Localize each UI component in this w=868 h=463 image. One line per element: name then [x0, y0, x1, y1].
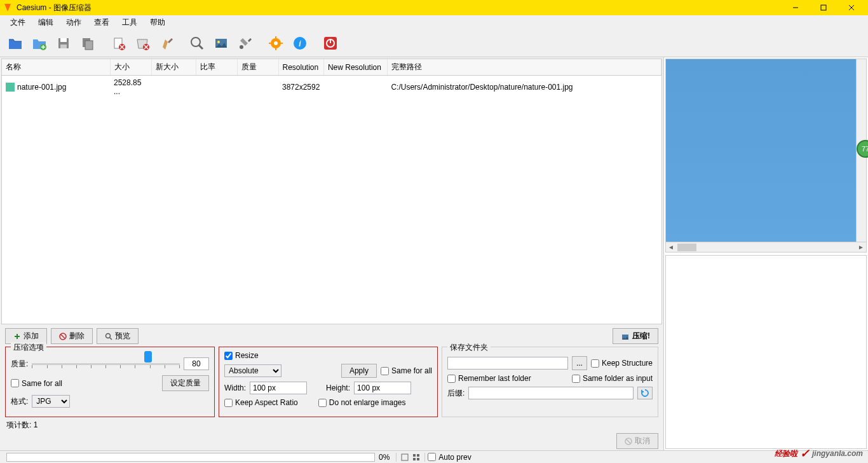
remove-from-list-icon[interactable] [131, 32, 154, 55]
fit-window-icon[interactable] [400, 452, 410, 462]
resize-panel: Resize Absolute Apply Same for all Width… [219, 347, 438, 417]
reset-suffix-button[interactable] [637, 387, 653, 399]
open-file-icon[interactable] [4, 32, 27, 55]
compress-button[interactable]: 压缩! [613, 328, 658, 344]
col-size[interactable]: 大小 [110, 59, 151, 76]
menu-edit[interactable]: 编辑 [32, 16, 60, 29]
svg-line-30 [61, 335, 65, 338]
cell-size: 2528.85 ... [110, 76, 151, 99]
app-icon [3, 3, 13, 13]
svg-line-14 [199, 45, 203, 49]
preview-original-pane: ◄ ► [665, 59, 867, 252]
minimize-button[interactable] [782, 0, 810, 15]
svg-point-13 [191, 38, 200, 46]
actual-size-icon[interactable] [411, 452, 421, 462]
menu-help[interactable]: 帮助 [144, 16, 172, 29]
keep-structure-checkbox[interactable]: Keep Structure [591, 359, 653, 368]
menu-tools[interactable]: 工具 [116, 16, 144, 29]
file-table[interactable]: 名称 大小 新大小 比率 质量 Resolution New Resolutio… [1, 59, 662, 324]
svg-line-32 [110, 338, 112, 340]
col-fullpath[interactable]: 完整路径 [387, 59, 661, 76]
delete-button[interactable]: 删除 [51, 328, 93, 344]
file-type-icon [6, 83, 15, 92]
format-select[interactable]: JPG [32, 395, 70, 408]
item-count-label: 项计数: 1 [0, 418, 663, 432]
svg-rect-1 [821, 5, 826, 10]
title-bar: Caesium - 图像压缩器 [0, 0, 868, 15]
close-button[interactable] [837, 0, 865, 15]
watermark: 经验啦 ✓ jingyanla.com [775, 446, 863, 460]
preview-hscrollbar[interactable]: ◄ ► [666, 242, 866, 252]
gear-icon[interactable] [264, 32, 287, 55]
svg-rect-20 [275, 36, 276, 39]
set-quality-button[interactable]: 设定质量 [162, 375, 209, 391]
power-icon[interactable] [319, 32, 342, 55]
width-spinbox[interactable] [250, 382, 307, 394]
output-path-input[interactable] [447, 357, 568, 370]
scroll-right-icon[interactable]: ► [856, 242, 866, 252]
resize-checkbox[interactable]: Resize [224, 351, 259, 360]
remember-last-checkbox[interactable]: Remember last folder [447, 374, 531, 383]
info-icon[interactable]: i [288, 32, 311, 55]
svg-rect-6 [60, 38, 67, 42]
preview-button[interactable]: 预览 [97, 328, 139, 344]
browse-button[interactable]: ... [572, 356, 587, 370]
svg-rect-37 [413, 454, 416, 457]
remove-item-icon[interactable] [107, 32, 130, 55]
no-enlarge-checkbox[interactable]: Do not enlarge images [318, 398, 406, 407]
same-for-all-resize[interactable]: Same for all [381, 366, 432, 375]
auto-preview-checkbox[interactable]: Auto prev [428, 453, 471, 462]
progress-bar [6, 453, 375, 462]
scroll-left-icon[interactable]: ◄ [666, 242, 676, 252]
col-newresolution[interactable]: New Resolution [323, 59, 387, 76]
cell-newsize [151, 76, 196, 99]
preview-compressed-pane [665, 255, 867, 449]
col-name[interactable]: 名称 [2, 59, 110, 76]
clear-list-icon[interactable] [155, 32, 178, 55]
col-resolution[interactable]: Resolution [278, 59, 323, 76]
apply-button[interactable]: Apply [341, 364, 377, 378]
cell-newresolution [323, 76, 387, 99]
table-row[interactable]: nature-001.jpg 2528.85 ... 3872x2592 C:/… [2, 76, 661, 99]
svg-rect-9 [85, 41, 93, 50]
height-spinbox[interactable] [354, 382, 411, 394]
menu-view[interactable]: 查看 [88, 16, 116, 29]
suffix-label: 后缀: [447, 388, 465, 399]
svg-rect-23 [280, 43, 283, 44]
same-for-all-quality[interactable]: Same for all [11, 379, 62, 388]
image-edit-icon[interactable] [210, 32, 233, 55]
menu-action[interactable]: 动作 [60, 16, 88, 29]
compress-panel-title: 压缩选项 [11, 342, 46, 353]
maximize-button[interactable] [810, 0, 837, 15]
cell-name: nature-001.jpg [17, 83, 66, 92]
suffix-input[interactable] [468, 387, 634, 399]
zoom-icon[interactable] [186, 32, 208, 55]
quality-spinbox[interactable] [184, 357, 209, 370]
settings-icon[interactable] [234, 32, 257, 55]
cancel-button[interactable]: 取消 [616, 433, 658, 449]
col-ratio[interactable]: 比率 [196, 59, 237, 76]
format-label: 格式: [11, 396, 28, 407]
svg-rect-40 [417, 458, 419, 460]
preview-image [666, 59, 866, 252]
status-bar: 0% Auto prev [0, 450, 868, 463]
svg-rect-7 [60, 45, 67, 48]
svg-rect-39 [413, 458, 416, 460]
menu-bar: 文件 编辑 动作 查看 工具 帮助 [0, 15, 868, 29]
svg-point-17 [240, 45, 243, 49]
cell-resolution: 3872x2592 [278, 76, 323, 99]
svg-point-31 [106, 333, 111, 338]
copy-icon[interactable] [76, 32, 99, 55]
add-folder-icon[interactable] [28, 32, 51, 55]
same-folder-checkbox[interactable]: Same folder as input [572, 374, 653, 383]
progress-percent: 0% [379, 453, 390, 462]
quality-slider[interactable] [32, 356, 180, 371]
menu-file[interactable]: 文件 [4, 16, 32, 29]
keep-aspect-checkbox[interactable]: Keep Aspect Ratio [224, 398, 298, 407]
save-icon[interactable] [52, 32, 75, 55]
col-newsize[interactable]: 新大小 [151, 59, 196, 76]
resize-mode-select[interactable]: Absolute [224, 364, 281, 377]
col-quality[interactable]: 质量 [237, 59, 278, 76]
cell-ratio [196, 76, 237, 99]
compress-options-panel: 压缩选项 质量: Same for all 设定质量 格式: JP [5, 347, 215, 417]
